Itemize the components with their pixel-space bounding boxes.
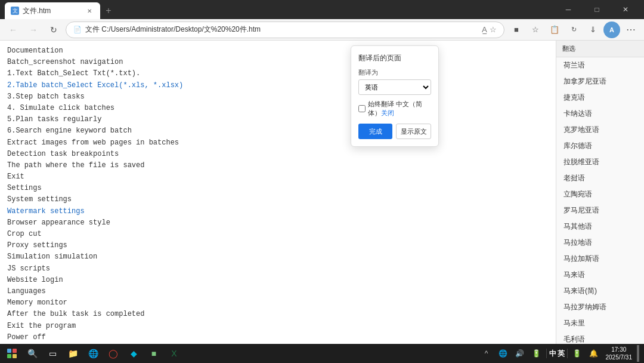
popup-title: 翻译后的页面: [358, 53, 431, 63]
text-line: Memory monitor: [7, 297, 549, 309]
history-button[interactable]: ↻: [565, 21, 582, 38]
text-line: Proxy settings: [7, 240, 549, 251]
reload-button[interactable]: ↻: [45, 21, 62, 38]
language-panel[interactable]: 翻选 荷兰语加拿罗尼亚语捷克语卡纳达语克罗地亚语库尔德语拉脱维亚语老挝语立陶宛语…: [556, 41, 644, 344]
tab-area: 文 文件.htm ✕ +: [5, 0, 551, 19]
app1-taskbar[interactable]: ◆: [124, 345, 143, 362]
chrome-taskbar[interactable]: ◯: [104, 345, 123, 362]
start-button[interactable]: [2, 345, 21, 362]
language-item[interactable]: 罗马尼亚语: [556, 202, 644, 219]
close-button[interactable]: ✕: [612, 0, 639, 19]
text-line: 5.Plan tasks regularly: [7, 114, 549, 125]
language-item[interactable]: 马拉地语: [556, 235, 644, 251]
app2-taskbar[interactable]: ■: [144, 345, 163, 362]
url-bar[interactable]: 📄 文件 C:/Users/Administrator/Desktop/文%20…: [66, 21, 504, 38]
main-area: DocumentationBatch_screenshot navigation…: [0, 41, 644, 344]
tab-favicon: 文: [11, 7, 19, 15]
language-item[interactable]: 马拉罗纳姆语: [556, 299, 644, 315]
translate-icon[interactable]: A̲: [482, 25, 487, 34]
text-line: 3.Step batch tasks: [7, 91, 549, 103]
lang-en-char[interactable]: 英: [558, 349, 565, 359]
language-item[interactable]: 卡纳达语: [556, 106, 644, 122]
show-original-button[interactable]: 显示原文: [396, 124, 431, 139]
lang-zh-char[interactable]: 中: [549, 349, 556, 359]
translate-buttons: 完成 显示原文: [358, 124, 431, 139]
search-taskbar-button[interactable]: 🔍: [23, 345, 42, 362]
battery-full-icon[interactable]: 🔋: [570, 345, 584, 362]
language-item[interactable]: 毛利语: [556, 331, 644, 344]
battery-icon[interactable]: 🔋: [530, 345, 544, 362]
clock[interactable]: 17:30 2025/7/31: [603, 346, 635, 361]
language-item[interactable]: 捷克语: [556, 90, 644, 106]
favorites-button[interactable]: ☆: [527, 21, 544, 38]
language-item[interactable]: 克罗地亚语: [556, 122, 644, 138]
text-line: 2.Table batch_Select Excel(*.xls, *.xlsx…: [7, 80, 549, 91]
collections-button[interactable]: 📋: [546, 21, 563, 38]
address-bar-right: ■ ☆ 📋 ↻ ⇓ A ⋯: [508, 21, 639, 38]
address-bar: ← → ↻ 📄 文件 C:/Users/Administrator/Deskto…: [0, 19, 644, 41]
language-item[interactable]: 荷兰语: [556, 57, 644, 73]
excel-taskbar[interactable]: X: [165, 345, 184, 362]
translate-popup: 翻译后的页面 翻译为 英语 中文（简体） 日语 始终翻译 中文（简体）关闭 完成…: [351, 45, 439, 147]
tab-close-button[interactable]: ✕: [85, 6, 94, 16]
language-item[interactable]: 老挝语: [556, 170, 644, 186]
text-line: Simulation simulation: [7, 251, 549, 263]
text-line: Crop cut: [7, 229, 549, 240]
language-item[interactable]: 马拉加斯语: [556, 251, 644, 267]
close-link[interactable]: 关闭: [381, 109, 394, 116]
always-translate-checkbox[interactable]: [358, 105, 366, 112]
language-item[interactable]: 加拿罗尼亚语: [556, 73, 644, 90]
title-bar: 文 文件.htm ✕ + ─ □ ✕: [0, 0, 644, 19]
settings-button[interactable]: ⋯: [623, 21, 639, 38]
checkbox-label: 始终翻译 中文（简体）关闭: [368, 100, 431, 118]
language-item[interactable]: 立陶宛语: [556, 186, 644, 202]
text-line: Exit the program: [7, 321, 549, 332]
language-item[interactable]: 马来语(简): [556, 283, 644, 299]
text-line: Documentation: [7, 45, 549, 57]
extensions-button[interactable]: ■: [508, 21, 525, 38]
network-icon[interactable]: 🌐: [496, 345, 510, 362]
language-select[interactable]: 英语 中文（简体） 日语: [358, 79, 431, 95]
taskbar-separator-2: [567, 349, 568, 358]
volume-icon[interactable]: 🔊: [513, 345, 527, 362]
complete-button[interactable]: 完成: [358, 124, 392, 139]
language-item[interactable]: 库尔德语: [556, 138, 644, 154]
maximize-button[interactable]: □: [583, 0, 611, 19]
text-line: Extract images from web pages in batches: [7, 137, 549, 149]
text-line: JS scripts: [7, 263, 549, 275]
text-line: Watermark settings: [7, 206, 549, 217]
window-controls: ─ □ ✕: [555, 0, 639, 19]
task-view-button[interactable]: ▭: [43, 345, 62, 362]
text-content: DocumentationBatch_screenshot navigation…: [0, 41, 556, 344]
taskbar-right: ^ 🌐 🔊 🔋 中 英 🔋 🔔 17:30 2025/7/31: [479, 345, 642, 362]
translate-to-label: 翻译为: [358, 68, 431, 77]
text-line: The path where the file is saved: [7, 160, 549, 171]
file-explorer-taskbar[interactable]: 📁: [63, 345, 82, 362]
tray-chevron[interactable]: ^: [479, 345, 494, 362]
profile-button[interactable]: A: [603, 21, 620, 38]
new-tab-button[interactable]: +: [100, 2, 117, 19]
back-button[interactable]: ←: [5, 21, 21, 38]
language-item[interactable]: 拉脱维亚语: [556, 154, 644, 170]
forward-button[interactable]: →: [25, 21, 42, 38]
language-item[interactable]: 马其他语: [556, 219, 644, 235]
star-icon[interactable]: ☆: [490, 25, 497, 34]
minimize-button[interactable]: ─: [555, 0, 582, 19]
active-tab[interactable]: 文 文件.htm ✕: [5, 2, 100, 19]
text-line: Detection task breakpoints: [7, 149, 549, 160]
show-desktop-button[interactable]: [637, 345, 639, 362]
text-line: After the bulk task is completed: [7, 309, 549, 320]
tab-label: 文件.htm: [23, 6, 51, 16]
text-line: Batch_screenshot navigation: [7, 57, 549, 68]
text-line: Website login: [7, 275, 549, 286]
language-item[interactable]: 马未里: [556, 315, 644, 331]
text-line: Languages: [7, 286, 549, 297]
text-line: Browser appearance style: [7, 217, 549, 229]
downloads-button[interactable]: ⇓: [584, 21, 601, 38]
edge-taskbar[interactable]: 🌐: [83, 345, 103, 362]
checkbox-row: 始终翻译 中文（简体）关闭: [358, 100, 431, 118]
clock-date: 2025/7/31: [606, 353, 633, 361]
notification-icon[interactable]: 🔔: [587, 345, 601, 362]
taskbar-separator: [546, 349, 547, 358]
language-item[interactable]: 马来语: [556, 267, 644, 283]
